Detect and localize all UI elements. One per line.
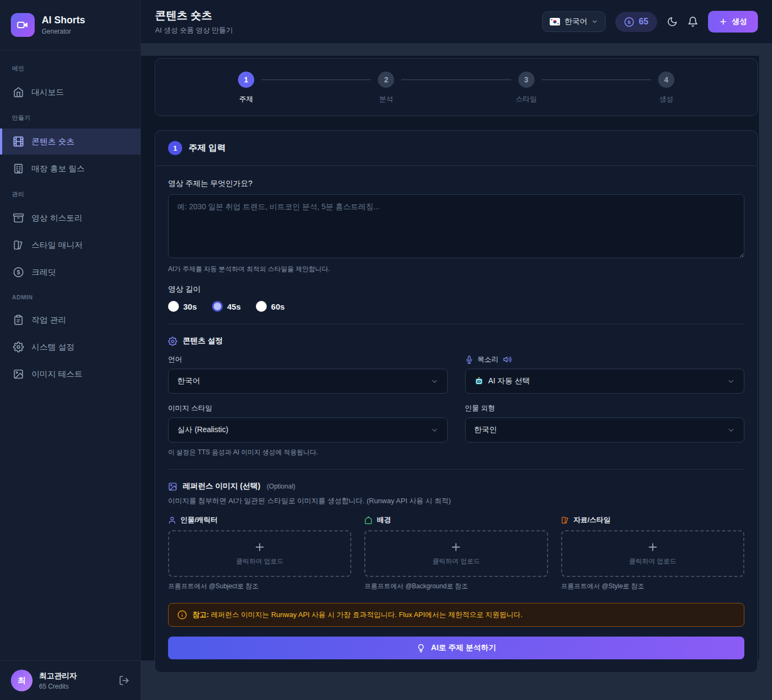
- home-icon: [13, 87, 24, 98]
- step-label: 스타일: [516, 94, 537, 104]
- subject-upload-box[interactable]: 클릭하여 업로드: [168, 530, 351, 577]
- user-box: 최 최고관리자 65 Credits: [0, 660, 140, 700]
- background-slot-header: 배경: [364, 515, 548, 525]
- nav-section-create: 만들기: [0, 106, 140, 127]
- content-panel: 1 주제 2 분석 3 스타일 4 생성: [141, 56, 759, 660]
- chevron-down-icon: [727, 377, 735, 386]
- language-select-value: 한국어: [177, 376, 200, 386]
- clipboard-icon: [13, 314, 24, 325]
- chevron-down-icon: [430, 426, 439, 434]
- length-option-60s[interactable]: 60s: [256, 301, 285, 312]
- sidebar-item-label: 콘텐츠 숏츠: [31, 137, 74, 147]
- sidebar-item-credits[interactable]: $ 크레딧: [0, 259, 140, 285]
- avatar: 최: [11, 670, 33, 691]
- length-option-45s[interactable]: 45s: [212, 301, 241, 312]
- credits-badge[interactable]: $ 65: [615, 12, 657, 32]
- sidebar-item-label: 대시보드: [31, 87, 64, 98]
- dollar-icon: $: [13, 267, 24, 278]
- logout-icon[interactable]: [119, 675, 130, 686]
- plus-icon: [450, 541, 462, 553]
- sidebar-item-style-manager[interactable]: 스타일 매니저: [0, 232, 140, 258]
- svg-text:$: $: [17, 269, 20, 275]
- sidebar-item-system-settings[interactable]: 시스템 설정: [0, 334, 140, 360]
- step-topic: 1 주제: [231, 72, 261, 104]
- nav-section-main: 메인: [0, 57, 140, 78]
- settings-hint: 이 설정은 TTS 음성과 AI 이미지 생성에 적용됩니다.: [168, 448, 744, 457]
- step-circle: 4: [658, 72, 674, 88]
- chevron-down-icon: [430, 377, 439, 386]
- image-style-select[interactable]: 실사 (Realistic): [168, 418, 448, 442]
- info-icon: [177, 610, 187, 620]
- home-icon: [364, 516, 372, 524]
- sidebar-nav: 메인 대시보드 만들기 콘텐츠 숏츠 매장 홍보 릴스 관리: [0, 50, 140, 660]
- generate-button[interactable]: 생성: [708, 11, 758, 33]
- generate-label: 생성: [732, 17, 747, 27]
- sidebar-item-video-history[interactable]: 영상 히스토리: [0, 205, 140, 231]
- step-label: 주제: [239, 94, 253, 104]
- radio-icon: [256, 301, 267, 312]
- dollar-icon: $: [624, 17, 634, 27]
- length-option-30s[interactable]: 30s: [168, 301, 197, 312]
- reference-header: 레퍼런스 이미지 (선택) (Optional): [168, 481, 744, 491]
- content-settings-header: 콘텐츠 설정: [168, 336, 744, 346]
- step-generate: 4 생성: [651, 72, 681, 104]
- step-connector: [542, 79, 651, 80]
- speaker-icon[interactable]: [503, 355, 512, 364]
- image-icon: [13, 369, 24, 380]
- image-style-select-value: 실사 (Realistic): [177, 425, 228, 435]
- moon-icon[interactable]: [667, 16, 678, 27]
- language-select[interactable]: 한국어: [168, 369, 448, 394]
- page-title: 콘텐츠 숏츠: [155, 8, 233, 23]
- sidebar-item-store-reels[interactable]: 매장 홍보 릴스: [0, 156, 140, 182]
- appearance-field-label: 인물 외형: [465, 403, 745, 413]
- step-number-badge: 1: [168, 141, 182, 155]
- analyze-label: AI로 주제 분석하기: [431, 643, 496, 653]
- lightbulb-icon: [416, 644, 426, 653]
- palette-icon: [561, 516, 569, 524]
- video-camera-icon: [11, 13, 35, 37]
- reference-description: 이미지를 첨부하면 AI가 일관된 스타일로 이미지를 생성합니다. (Runw…: [168, 496, 744, 506]
- voice-select[interactable]: AI 자동 선택: [465, 369, 745, 394]
- form-card-header: 1 주제 입력: [155, 131, 757, 166]
- style-upload-box[interactable]: 클릭하여 업로드: [561, 530, 744, 577]
- chevron-down-icon: [727, 426, 735, 434]
- sidebar: AI Shorts Generator 메인 대시보드 만들기 콘텐츠 숏츠: [0, 0, 141, 700]
- sidebar-item-content-shorts[interactable]: 콘텐츠 숏츠: [0, 129, 140, 155]
- bell-icon[interactable]: [687, 16, 698, 27]
- sidebar-item-label: 작업 관리: [31, 315, 66, 325]
- sidebar-item-dashboard[interactable]: 대시보드: [0, 79, 140, 105]
- brand-subtitle: Generator: [42, 28, 85, 35]
- page-header: 콘텐츠 숏츠 AI 생성 숏폼 영상 만들기: [141, 0, 772, 44]
- page-subtitle: AI 생성 숏폼 영상 만들기: [155, 25, 233, 35]
- brand-name: AI Shorts: [42, 15, 85, 26]
- appearance-select[interactable]: 한국인: [465, 418, 745, 442]
- video-length-label: 영상 길이: [168, 285, 744, 294]
- language-selector[interactable]: 한국어: [542, 11, 606, 32]
- sidebar-item-image-test[interactable]: 이미지 테스트: [0, 361, 140, 387]
- sidebar-item-job-manager[interactable]: 작업 관리: [0, 307, 140, 333]
- credits-count: 65: [639, 17, 648, 27]
- nav-section-manage: 관리: [0, 183, 140, 204]
- person-icon: [168, 516, 176, 524]
- reference-note: 참고: 레퍼런스 이미지는 Runway API 사용 시 가장 효과적입니다.…: [168, 603, 744, 627]
- gear-icon: [168, 337, 177, 346]
- background-upload-box[interactable]: 클릭하여 업로드: [364, 530, 548, 577]
- sidebar-item-label: 영상 히스토리: [31, 213, 82, 223]
- step-connector: [261, 79, 371, 80]
- sidebar-item-label: 이미지 테스트: [31, 369, 82, 380]
- app-root: AI Shorts Generator 메인 대시보드 만들기 콘텐츠 숏츠: [0, 0, 772, 700]
- subject-slot-header: 인물/캐릭터: [168, 515, 351, 525]
- plus-icon: [647, 541, 659, 553]
- subject-caption: 프롬프트에서 @Subject로 참조: [168, 582, 351, 591]
- topic-input[interactable]: [168, 194, 744, 258]
- optional-label: (Optional): [267, 483, 295, 490]
- step-connector: [401, 79, 511, 80]
- sidebar-item-label: 스타일 매니저: [31, 240, 82, 251]
- robot-icon: [474, 377, 484, 386]
- note-text: 레퍼런스 이미지는 Runway API 사용 시 가장 효과적입니다. Flu…: [211, 611, 523, 619]
- topic-form-card: 1 주제 입력 영상 주제는 무엇인가요? AI가 주제를 자동 분석하여 최적…: [155, 130, 758, 673]
- style-icon: [13, 240, 24, 251]
- analyze-topic-button[interactable]: AI로 주제 분석하기: [168, 637, 744, 659]
- step-circle: 2: [378, 72, 394, 88]
- film-icon: [13, 136, 24, 147]
